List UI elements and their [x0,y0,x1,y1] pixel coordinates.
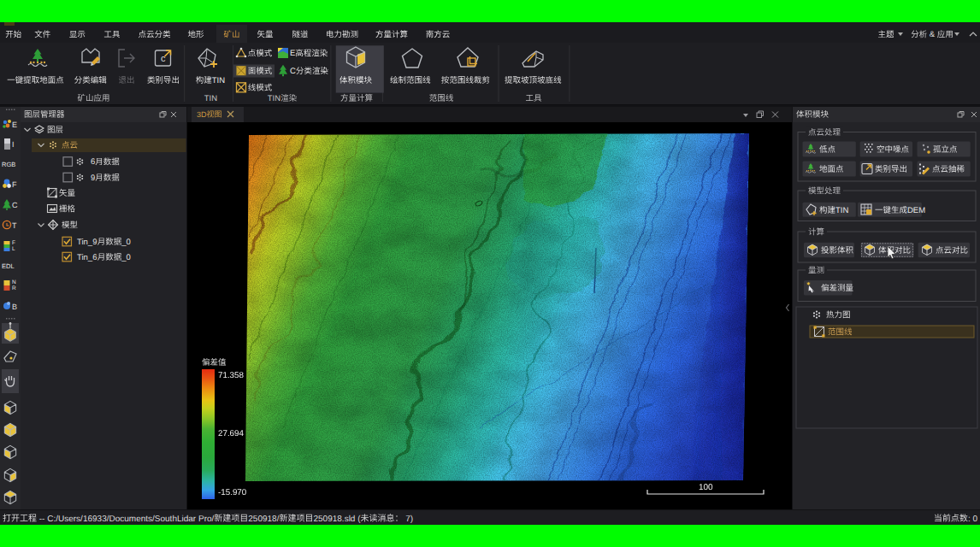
svg-text:F: F [12,240,15,246]
svg-text:B: B [12,303,17,311]
svg-text:L: L [12,246,15,252]
svg-text:9: 9 [91,174,95,183]
svg-text:TIN: TIN [212,76,225,85]
svg-text:Tin_9: Tin_9 [77,238,97,247]
svg-text:&: & [927,30,937,39]
svg-text:250918.sld (: 250918.sld ( [314,515,362,524]
svg-text:F: F [12,180,17,189]
svg-text:EDL: EDL [2,262,15,270]
svg-text:C: C [12,201,18,209]
svg-text:E: E [12,121,17,129]
svg-text:-- C:/Users/16933/Documents/So: -- C:/Users/16933/Documents/SouthLidar P… [37,515,215,524]
svg-text:6: 6 [91,157,95,167]
svg-text:71.358: 71.358 [218,371,245,380]
svg-text:T: T [12,221,17,230]
svg-text:-15.970: -15.970 [218,488,247,497]
svg-text:C: C [290,67,296,76]
svg-text:DEM: DEM [907,206,925,215]
svg-text:3D: 3D [197,110,207,119]
svg-text:27.694: 27.694 [218,429,245,438]
svg-text:I: I [12,140,15,149]
svg-text:N: N [12,279,16,285]
svg-text:TIN: TIN [204,94,217,103]
svg-text:250918/: 250918/ [248,515,279,524]
svg-text:R: R [12,285,16,291]
svg-text:_0: _0 [121,238,131,247]
svg-text:E: E [290,49,295,58]
svg-text:7): 7) [404,515,414,524]
svg-text:RGB: RGB [2,161,15,168]
svg-text:Tin_6: Tin_6 [77,253,97,262]
svg-text:: 0: : 0 [968,515,978,524]
svg-text:100: 100 [699,483,713,492]
svg-text:TIN: TIN [835,206,848,215]
svg-text:_0: _0 [121,253,131,262]
svg-text:TIN: TIN [268,94,280,103]
